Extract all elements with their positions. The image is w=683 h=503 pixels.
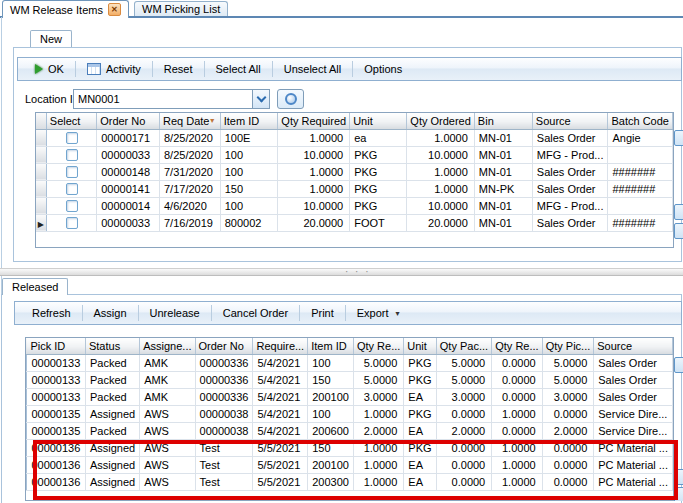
cell[interactable]: Service Dire... — [594, 422, 673, 439]
cell[interactable]: 1.0000 — [492, 473, 542, 490]
export-button[interactable]: Export▾ — [346, 303, 411, 323]
scroll-down-button[interactable] — [674, 223, 683, 239]
table-row[interactable]: 000001417/17/20201501.0000PKG1.0000MN-PK… — [36, 180, 673, 197]
unselect-all-button[interactable]: Unselect All — [273, 59, 352, 79]
cell[interactable]: AWS — [140, 439, 195, 456]
cell[interactable]: 1.0000 — [353, 456, 403, 473]
cell[interactable]: 150 — [220, 180, 278, 197]
cell[interactable]: Assigned — [85, 456, 139, 473]
cell[interactable]: 0.0000 — [436, 456, 491, 473]
cell[interactable]: Sales Order — [594, 354, 673, 371]
unrelease-button[interactable]: Unrelease — [139, 303, 211, 323]
cell[interactable]: 1.0000 — [278, 180, 350, 197]
cell[interactable]: 5/4/2021 — [253, 354, 308, 371]
cell[interactable]: 8/25/2020 — [159, 146, 220, 163]
cell[interactable]: 00000014 — [97, 197, 160, 214]
cell[interactable]: Assigned — [85, 473, 139, 490]
cell[interactable]: PKG — [404, 371, 436, 388]
cell[interactable]: 1.0000 — [353, 439, 403, 456]
column-header-qty-pic[interactable]: Qty Pic... — [542, 338, 594, 354]
cell[interactable]: PKG — [350, 180, 407, 197]
location-id-input[interactable] — [73, 89, 270, 109]
column-header-source[interactable]: Source — [532, 113, 608, 129]
cell[interactable]: MN-01 — [474, 129, 532, 146]
cell[interactable]: 00000136 — [27, 456, 86, 473]
column-header-unit[interactable]: Unit — [350, 113, 407, 129]
cell[interactable]: 5/5/2021 — [253, 439, 308, 456]
cell[interactable]: 2.0000 — [436, 422, 491, 439]
column-header-order-no[interactable]: Order No — [97, 113, 160, 129]
reset-button[interactable]: Reset — [153, 59, 204, 79]
scroll-thumb[interactable] — [674, 469, 683, 485]
scroll-down-button[interactable] — [674, 487, 683, 501]
table-row[interactable]: 00000136AssignedAWSTest5/5/20211501.0000… — [26, 439, 673, 456]
cell[interactable]: 1.0000 — [492, 439, 542, 456]
row-checkbox[interactable] — [66, 132, 78, 144]
cell[interactable]: 00000033 — [97, 214, 160, 231]
cell[interactable]: 5.0000 — [353, 354, 403, 371]
cell[interactable]: ####### — [608, 214, 673, 231]
cell[interactable]: 1.0000 — [407, 163, 475, 180]
cell[interactable]: Packed — [85, 354, 139, 371]
cell[interactable]: 7/31/2020 — [159, 163, 220, 180]
cell[interactable]: 5.0000 — [353, 371, 403, 388]
cell[interactable]: 00000148 — [97, 163, 160, 180]
select-cell[interactable] — [46, 214, 96, 231]
table-row[interactable]: 00000133PackedAMK000003365/4/20212001003… — [26, 388, 673, 405]
cell[interactable]: 1.0000 — [492, 405, 542, 422]
cell[interactable]: 20.0000 — [278, 214, 350, 231]
cell[interactable]: 5/5/2021 — [253, 456, 308, 473]
column-header-require[interactable]: Require... — [253, 338, 308, 354]
column-header-unit[interactable]: Unit — [404, 338, 436, 354]
row-checkbox[interactable] — [66, 166, 78, 178]
cell[interactable]: AWS — [140, 473, 195, 490]
cell[interactable]: 00000141 — [97, 180, 160, 197]
column-header-assigne[interactable]: Assigne... — [140, 338, 195, 354]
cell[interactable]: 5.0000 — [436, 354, 491, 371]
cell[interactable]: 0.0000 — [492, 422, 542, 439]
cell[interactable]: 800002 — [220, 214, 278, 231]
cell[interactable]: Service Dire... — [594, 405, 673, 422]
cell[interactable]: 7/17/2020 — [159, 180, 220, 197]
cell[interactable]: PKG — [404, 439, 436, 456]
row-checkbox[interactable] — [66, 183, 78, 195]
cell[interactable]: 00000038 — [195, 422, 253, 439]
cell[interactable]: 2.0000 — [542, 422, 594, 439]
row-checkbox[interactable] — [66, 149, 78, 161]
column-header-bin[interactable]: Bin — [474, 113, 532, 129]
cell[interactable]: EA — [404, 422, 436, 439]
cell[interactable]: 1.0000 — [278, 129, 350, 146]
table-row[interactable]: 00000136AssignedAWSTest5/5/20212001001.0… — [26, 456, 673, 473]
cell[interactable]: AWS — [140, 456, 195, 473]
location-dropdown-button[interactable] — [252, 90, 269, 108]
cell[interactable]: 20.0000 — [407, 214, 475, 231]
cell[interactable]: Sales Order — [594, 371, 673, 388]
table-row[interactable]: 00000136AssignedAWSTest5/5/20212003001.0… — [26, 473, 673, 490]
cell[interactable]: 00000133 — [27, 388, 86, 405]
cell[interactable] — [608, 197, 673, 214]
cell[interactable]: 10.0000 — [407, 146, 475, 163]
cell[interactable]: MN-01 — [474, 163, 532, 180]
cell[interactable]: 7/16/2019 — [159, 214, 220, 231]
cell[interactable]: 5.0000 — [436, 371, 491, 388]
cell[interactable]: 4/6/2020 — [159, 197, 220, 214]
cell[interactable]: 00000336 — [195, 388, 253, 405]
ok-button[interactable]: OK — [24, 59, 75, 79]
cell[interactable]: 00000135 — [27, 422, 86, 439]
cell[interactable]: AMK — [140, 371, 195, 388]
cell[interactable]: 0.0000 — [542, 439, 594, 456]
print-button[interactable]: Print — [300, 303, 345, 323]
cell[interactable]: MN-01 — [474, 197, 532, 214]
row-selector[interactable] — [36, 180, 46, 197]
cell[interactable]: 100 — [220, 197, 278, 214]
column-header-source[interactable]: Source — [594, 338, 673, 354]
table-row[interactable]: 000000338/25/202010010.0000PKG10.0000MN-… — [36, 146, 673, 163]
table-row[interactable]: 00000133PackedAMK000003365/4/20211005.00… — [26, 354, 673, 371]
cell[interactable]: 3.0000 — [436, 388, 491, 405]
cell[interactable]: 1.0000 — [492, 456, 542, 473]
cell[interactable]: PKG — [350, 163, 407, 180]
cell[interactable]: 200600 — [308, 422, 354, 439]
column-header-order-no[interactable]: Order No — [195, 338, 253, 354]
cell[interactable]: 0.0000 — [436, 405, 491, 422]
cell[interactable]: Angie — [608, 129, 673, 146]
